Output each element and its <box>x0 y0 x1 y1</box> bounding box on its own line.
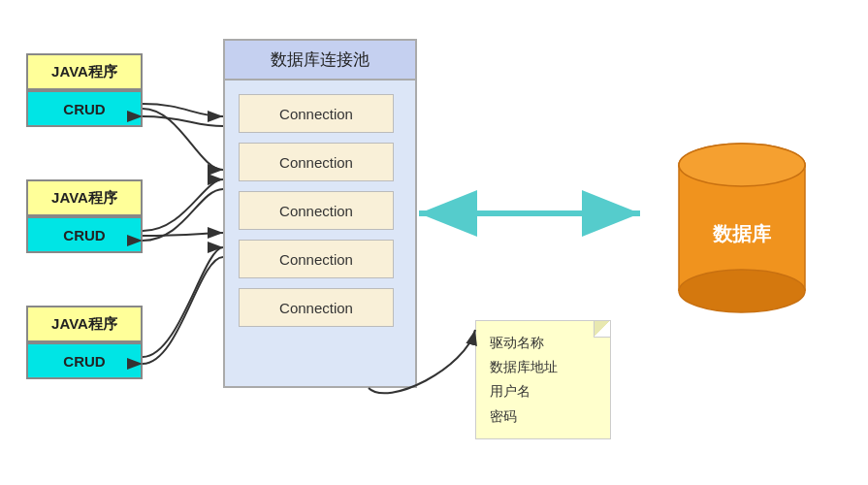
crud-label-1: CRUD <box>26 90 143 127</box>
connection-pool: 数据库连接池 Connection Connection Connection … <box>223 39 417 388</box>
diagram-container: JAVA程序 CRUD JAVA程序 CRUD JAVA程序 CRUD 数据库连… <box>0 0 868 485</box>
note-line-4: 密码 <box>490 404 596 429</box>
pool-connections: Connection Connection Connection Connect… <box>225 84 415 337</box>
svg-point-5 <box>679 144 805 186</box>
connection-5: Connection <box>239 288 394 327</box>
crud-label-2: CRUD <box>26 216 143 253</box>
java-group-2: JAVA程序 CRUD <box>26 179 143 253</box>
connection-3: Connection <box>239 191 394 230</box>
java-group-1: JAVA程序 CRUD <box>26 53 143 127</box>
crud-label-3: CRUD <box>26 342 143 379</box>
note-line-2: 数据库地址 <box>490 355 596 379</box>
pool-header: 数据库连接池 <box>225 41 415 81</box>
connection-2: Connection <box>239 143 394 181</box>
note-line-1: 驱动名称 <box>490 331 596 355</box>
java-label-3: JAVA程序 <box>26 306 143 342</box>
java-label-1: JAVA程序 <box>26 53 143 90</box>
svg-point-2 <box>679 270 805 312</box>
java-group-3: JAVA程序 CRUD <box>26 306 143 379</box>
svg-text:数据库: 数据库 <box>712 223 772 244</box>
note-box: 驱动名称 数据库地址 用户名 密码 <box>475 320 611 439</box>
database-icon: 数据库 <box>669 136 815 320</box>
connection-1: Connection <box>239 94 394 133</box>
note-line-3: 用户名 <box>490 379 596 404</box>
connection-4: Connection <box>239 240 394 278</box>
java-label-2: JAVA程序 <box>26 179 143 216</box>
